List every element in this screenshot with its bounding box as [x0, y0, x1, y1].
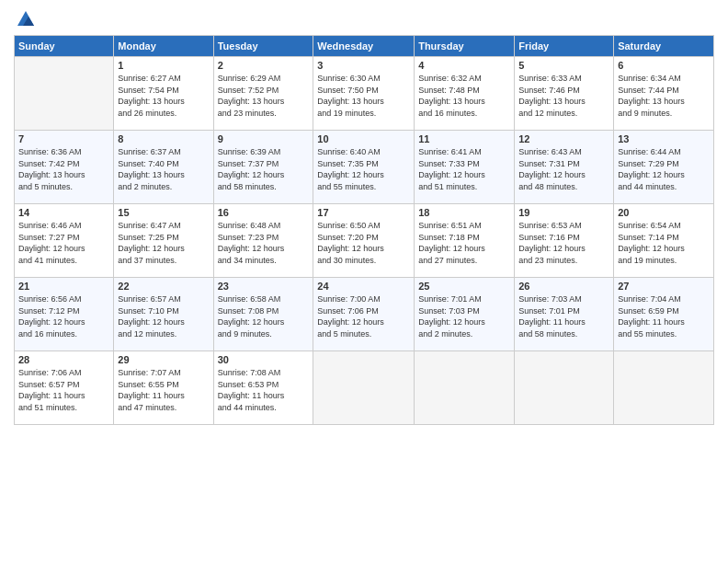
calendar-cell: 30Sunrise: 7:08 AM Sunset: 6:53 PM Dayli…: [213, 351, 313, 425]
calendar-cell: 17Sunrise: 6:50 AM Sunset: 7:20 PM Dayli…: [313, 204, 415, 278]
calendar-cell: 5Sunrise: 6:33 AM Sunset: 7:46 PM Daylig…: [515, 57, 614, 131]
logo: [14, 9, 36, 28]
day-info: Sunrise: 7:01 AM Sunset: 7:03 PM Dayligh…: [418, 293, 510, 339]
calendar-cell: 20Sunrise: 6:54 AM Sunset: 7:14 PM Dayli…: [614, 204, 714, 278]
day-number: 20: [618, 207, 710, 218]
calendar-cell: 11Sunrise: 6:41 AM Sunset: 7:33 PM Dayli…: [415, 131, 515, 204]
day-number: 2: [218, 60, 310, 71]
day-number: 21: [18, 281, 109, 292]
day-header-monday: Monday: [114, 36, 213, 57]
day-number: 29: [118, 354, 209, 365]
day-info: Sunrise: 7:04 AM Sunset: 6:59 PM Dayligh…: [618, 293, 710, 339]
calendar-cell: 26Sunrise: 7:03 AM Sunset: 7:01 PM Dayli…: [515, 278, 614, 351]
day-number: 25: [418, 281, 510, 292]
day-info: Sunrise: 6:58 AM Sunset: 7:08 PM Dayligh…: [218, 293, 310, 339]
calendar-cell: 29Sunrise: 7:07 AM Sunset: 6:55 PM Dayli…: [114, 351, 213, 425]
calendar-cell: 10Sunrise: 6:40 AM Sunset: 7:35 PM Dayli…: [313, 131, 415, 204]
day-number: 4: [418, 60, 510, 71]
day-number: 14: [18, 207, 109, 218]
day-number: 23: [218, 281, 310, 292]
day-info: Sunrise: 7:00 AM Sunset: 7:06 PM Dayligh…: [317, 293, 410, 339]
day-header-sunday: Sunday: [15, 36, 114, 57]
day-number: 19: [518, 207, 609, 218]
calendar-cell: 22Sunrise: 6:57 AM Sunset: 7:10 PM Dayli…: [114, 278, 213, 351]
calendar-cell: 6Sunrise: 6:34 AM Sunset: 7:44 PM Daylig…: [614, 57, 714, 131]
day-number: 17: [317, 207, 410, 218]
day-header-wednesday: Wednesday: [313, 36, 415, 57]
calendar-cell: 13Sunrise: 6:44 AM Sunset: 7:29 PM Dayli…: [614, 131, 714, 204]
calendar-week-row: 14Sunrise: 6:46 AM Sunset: 7:27 PM Dayli…: [15, 204, 714, 278]
calendar-cell: 2Sunrise: 6:29 AM Sunset: 7:52 PM Daylig…: [213, 57, 313, 131]
calendar-cell: 9Sunrise: 6:39 AM Sunset: 7:37 PM Daylig…: [213, 131, 313, 204]
calendar-cell: 27Sunrise: 7:04 AM Sunset: 6:59 PM Dayli…: [614, 278, 714, 351]
day-info: Sunrise: 6:37 AM Sunset: 7:40 PM Dayligh…: [118, 146, 209, 192]
day-info: Sunrise: 6:57 AM Sunset: 7:10 PM Dayligh…: [118, 293, 209, 339]
day-info: Sunrise: 6:36 AM Sunset: 7:42 PM Dayligh…: [18, 146, 109, 192]
day-info: Sunrise: 7:07 AM Sunset: 6:55 PM Dayligh…: [118, 367, 209, 413]
day-number: 28: [18, 354, 109, 365]
day-number: 24: [317, 281, 410, 292]
calendar-week-row: 1Sunrise: 6:27 AM Sunset: 7:54 PM Daylig…: [15, 57, 714, 131]
calendar-cell: 18Sunrise: 6:51 AM Sunset: 7:18 PM Dayli…: [415, 204, 515, 278]
day-info: Sunrise: 6:46 AM Sunset: 7:27 PM Dayligh…: [18, 220, 109, 266]
calendar-cell: 21Sunrise: 6:56 AM Sunset: 7:12 PM Dayli…: [15, 278, 114, 351]
day-number: 13: [618, 133, 710, 144]
calendar-cell: [515, 351, 614, 425]
calendar-cell: [415, 351, 515, 425]
day-info: Sunrise: 6:29 AM Sunset: 7:52 PM Dayligh…: [218, 73, 310, 119]
calendar-cell: 4Sunrise: 6:32 AM Sunset: 7:48 PM Daylig…: [415, 57, 515, 131]
header: [14, 9, 714, 28]
day-info: Sunrise: 6:39 AM Sunset: 7:37 PM Dayligh…: [218, 146, 310, 192]
calendar-week-row: 28Sunrise: 7:06 AM Sunset: 6:57 PM Dayli…: [15, 351, 714, 425]
day-header-saturday: Saturday: [614, 36, 714, 57]
day-number: 5: [518, 60, 609, 71]
day-info: Sunrise: 6:32 AM Sunset: 7:48 PM Dayligh…: [418, 73, 510, 119]
calendar-cell: 16Sunrise: 6:48 AM Sunset: 7:23 PM Dayli…: [213, 204, 313, 278]
day-info: Sunrise: 6:30 AM Sunset: 7:50 PM Dayligh…: [317, 73, 410, 119]
day-info: Sunrise: 6:27 AM Sunset: 7:54 PM Dayligh…: [118, 73, 209, 119]
day-info: Sunrise: 7:08 AM Sunset: 6:53 PM Dayligh…: [218, 367, 310, 413]
day-number: 27: [618, 281, 710, 292]
day-info: Sunrise: 6:43 AM Sunset: 7:31 PM Dayligh…: [518, 146, 609, 192]
day-info: Sunrise: 6:50 AM Sunset: 7:20 PM Dayligh…: [317, 220, 410, 266]
day-info: Sunrise: 6:34 AM Sunset: 7:44 PM Dayligh…: [618, 73, 710, 119]
day-info: Sunrise: 6:56 AM Sunset: 7:12 PM Dayligh…: [18, 293, 109, 339]
day-info: Sunrise: 6:48 AM Sunset: 7:23 PM Dayligh…: [218, 220, 310, 266]
day-number: 30: [218, 354, 310, 365]
calendar-cell: 23Sunrise: 6:58 AM Sunset: 7:08 PM Dayli…: [213, 278, 313, 351]
day-info: Sunrise: 6:33 AM Sunset: 7:46 PM Dayligh…: [518, 73, 609, 119]
calendar-cell: 19Sunrise: 6:53 AM Sunset: 7:16 PM Dayli…: [515, 204, 614, 278]
calendar-cell: [15, 57, 114, 131]
calendar-table: SundayMondayTuesdayWednesdayThursdayFrid…: [14, 35, 714, 425]
calendar-cell: 1Sunrise: 6:27 AM Sunset: 7:54 PM Daylig…: [114, 57, 213, 131]
logo-icon: [16, 9, 36, 29]
calendar-cell: 8Sunrise: 6:37 AM Sunset: 7:40 PM Daylig…: [114, 131, 213, 204]
day-info: Sunrise: 6:44 AM Sunset: 7:29 PM Dayligh…: [618, 146, 710, 192]
day-info: Sunrise: 6:53 AM Sunset: 7:16 PM Dayligh…: [518, 220, 609, 266]
day-info: Sunrise: 7:03 AM Sunset: 7:01 PM Dayligh…: [518, 293, 609, 339]
day-header-friday: Friday: [515, 36, 614, 57]
day-number: 3: [317, 60, 410, 71]
day-number: 8: [118, 133, 209, 144]
calendar-cell: [313, 351, 415, 425]
day-info: Sunrise: 6:54 AM Sunset: 7:14 PM Dayligh…: [618, 220, 710, 266]
day-number: 6: [618, 60, 710, 71]
day-number: 16: [218, 207, 310, 218]
day-number: 9: [218, 133, 310, 144]
calendar-week-row: 7Sunrise: 6:36 AM Sunset: 7:42 PM Daylig…: [15, 131, 714, 204]
day-info: Sunrise: 6:47 AM Sunset: 7:25 PM Dayligh…: [118, 220, 209, 266]
calendar-cell: 15Sunrise: 6:47 AM Sunset: 7:25 PM Dayli…: [114, 204, 213, 278]
day-info: Sunrise: 6:51 AM Sunset: 7:18 PM Dayligh…: [418, 220, 510, 266]
calendar-week-row: 21Sunrise: 6:56 AM Sunset: 7:12 PM Dayli…: [15, 278, 714, 351]
day-info: Sunrise: 6:41 AM Sunset: 7:33 PM Dayligh…: [418, 146, 510, 192]
calendar-cell: 3Sunrise: 6:30 AM Sunset: 7:50 PM Daylig…: [313, 57, 415, 131]
calendar-cell: 25Sunrise: 7:01 AM Sunset: 7:03 PM Dayli…: [415, 278, 515, 351]
day-number: 10: [317, 133, 410, 144]
calendar-cell: 14Sunrise: 6:46 AM Sunset: 7:27 PM Dayli…: [15, 204, 114, 278]
calendar-cell: 28Sunrise: 7:06 AM Sunset: 6:57 PM Dayli…: [15, 351, 114, 425]
day-number: 7: [18, 133, 109, 144]
day-number: 1: [118, 60, 209, 71]
day-number: 15: [118, 207, 209, 218]
calendar-header-row: SundayMondayTuesdayWednesdayThursdayFrid…: [15, 36, 714, 57]
day-header-tuesday: Tuesday: [213, 36, 313, 57]
